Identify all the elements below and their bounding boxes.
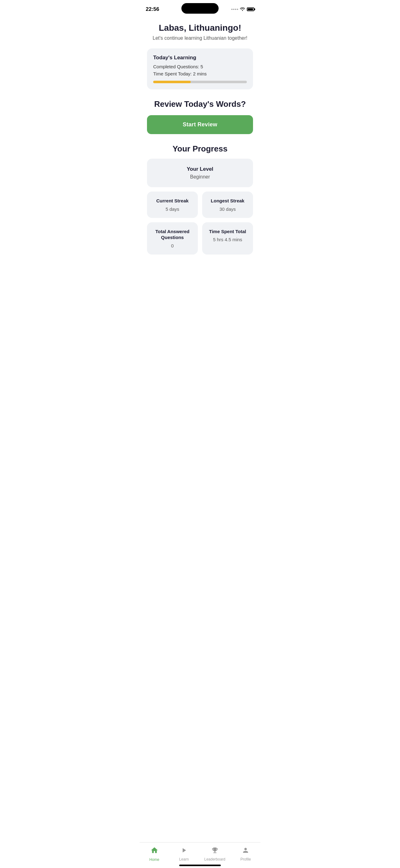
greeting-title: Labas, Lithuaningo!	[147, 23, 253, 33]
todays-learning-card: Today's Learning Completed Questions: 5 …	[147, 49, 253, 89]
level-label: Your Level	[155, 166, 245, 172]
current-streak-title: Current Streak	[153, 198, 192, 204]
total-questions-card: Total Answered Questions 0	[147, 222, 198, 254]
stats-grid: Current Streak 5 days Longest Streak 30 …	[147, 191, 253, 254]
total-questions-title: Total Answered Questions	[153, 228, 192, 241]
completed-questions-stat: Completed Questions: 5	[153, 64, 247, 69]
signal-icon	[231, 9, 238, 10]
progress-section-title: Your Progress	[147, 144, 253, 154]
progress-bar	[153, 81, 247, 83]
review-title: Review Today's Words?	[147, 99, 253, 109]
status-time: 22:56	[146, 6, 159, 12]
battery-icon	[247, 7, 254, 11]
time-spent-total-card: Time Spent Total 5 hrs 4.5 mins	[202, 222, 253, 254]
level-value: Beginner	[155, 174, 245, 180]
time-spent-total-value: 5 hrs 4.5 mins	[208, 237, 247, 242]
level-card: Your Level Beginner	[147, 159, 253, 187]
progress-section: Your Progress Your Level Beginner Curren…	[147, 144, 253, 254]
longest-streak-value: 30 days	[208, 207, 247, 212]
start-review-button[interactable]: Start Review	[147, 115, 253, 134]
main-content: Labas, Lithuaningo! Let's continue learn…	[139, 17, 261, 293]
wifi-icon	[240, 6, 245, 12]
greeting-section: Labas, Lithuaningo! Let's continue learn…	[147, 23, 253, 41]
longest-streak-card: Longest Streak 30 days	[202, 191, 253, 218]
time-spent-stat: Time Spent Today: 2 mins	[153, 71, 247, 76]
dynamic-island	[181, 3, 219, 14]
status-bar: 22:56	[139, 0, 261, 17]
progress-bar-fill	[153, 81, 191, 83]
review-section: Review Today's Words? Start Review	[147, 99, 253, 134]
time-spent-total-title: Time Spent Total	[208, 228, 247, 235]
todays-learning-title: Today's Learning	[153, 55, 247, 61]
total-questions-value: 0	[153, 243, 192, 248]
longest-streak-title: Longest Streak	[208, 198, 247, 204]
current-streak-card: Current Streak 5 days	[147, 191, 198, 218]
current-streak-value: 5 days	[153, 207, 192, 212]
greeting-subtitle: Let's continue learning Lithuanian toget…	[147, 35, 253, 41]
status-icons	[231, 6, 254, 12]
